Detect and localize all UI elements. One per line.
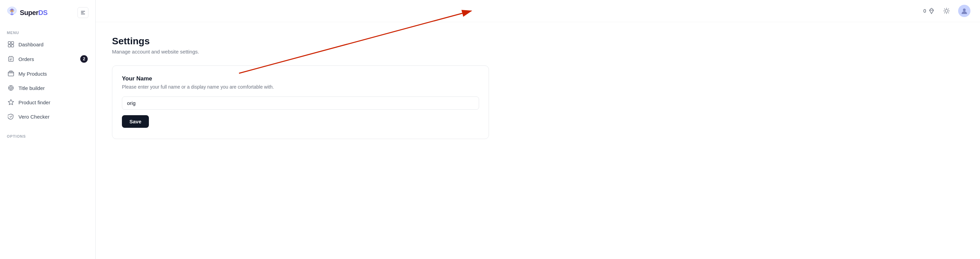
name-card: Your Name Please enter your full name or…: [112, 65, 489, 139]
options-section-label: OPTIONS: [0, 129, 95, 141]
sidebar-item-orders-label: Orders: [18, 56, 34, 62]
sidebar-item-vero-checker-label: Vero Checker: [18, 114, 49, 120]
svg-rect-5: [8, 41, 11, 44]
vero-checker-icon: [8, 113, 14, 120]
svg-rect-12: [8, 72, 14, 76]
product-finder-icon: [8, 99, 14, 106]
svg-line-29: [944, 13, 945, 13]
page-subtitle: Manage account and website settings.: [112, 49, 489, 55]
sidebar-nav: Dashboard Orders 2: [0, 38, 95, 123]
svg-line-26: [944, 8, 945, 9]
avatar-icon: [961, 7, 968, 15]
theme-toggle-button[interactable]: [940, 5, 953, 17]
collapse-icon: [80, 10, 86, 15]
user-avatar[interactable]: [958, 5, 970, 17]
menu-section-label: MENU: [0, 25, 95, 38]
sidebar-item-dashboard[interactable]: Dashboard: [3, 38, 92, 51]
credits-display: 0: [923, 8, 935, 14]
sidebar-item-title-builder[interactable]: Title builder: [3, 81, 92, 95]
orders-icon: [8, 55, 14, 62]
title-builder-icon: [8, 85, 14, 91]
page-title: Settings: [112, 36, 489, 47]
svg-rect-8: [11, 45, 14, 47]
diamond-icon: [928, 8, 935, 14]
sidebar-item-product-finder[interactable]: Product finder: [3, 95, 92, 109]
header: 0: [95, 0, 980, 22]
save-button[interactable]: Save: [122, 115, 149, 128]
sidebar-item-product-finder-label: Product finder: [18, 99, 50, 105]
sun-icon: [943, 8, 950, 14]
sidebar: SuperDS MENU Dashboard: [0, 0, 95, 259]
settings-page: Settings Manage account and website sett…: [95, 22, 505, 153]
svg-rect-14: [10, 71, 12, 72]
sidebar-item-my-products[interactable]: My Products: [3, 67, 92, 81]
svg-point-30: [963, 8, 966, 11]
svg-line-27: [948, 13, 949, 13]
svg-rect-3: [81, 12, 84, 13]
sidebar-item-title-builder-label: Title builder: [18, 85, 45, 91]
svg-rect-4: [81, 14, 85, 14]
collapse-sidebar-button[interactable]: [78, 7, 88, 18]
dashboard-icon: [8, 41, 14, 48]
svg-rect-6: [11, 41, 14, 44]
my-products-icon: [8, 70, 14, 77]
credits-count: 0: [923, 8, 926, 14]
svg-line-28: [948, 8, 949, 9]
main-content: 0: [95, 0, 980, 259]
sidebar-item-vero-checker[interactable]: Vero Checker: [3, 110, 92, 123]
orders-badge: 2: [80, 55, 88, 63]
svg-rect-7: [8, 45, 11, 47]
svg-point-16: [10, 87, 12, 89]
logo: SuperDS: [5, 6, 48, 19]
svg-point-21: [945, 9, 948, 12]
sidebar-item-orders[interactable]: Orders 2: [3, 52, 92, 66]
logo-row: SuperDS: [0, 0, 95, 25]
name-input[interactable]: [122, 96, 479, 110]
card-description: Please enter your full name or a display…: [122, 84, 479, 90]
logo-icon: [5, 6, 18, 19]
logo-text: SuperDS: [20, 9, 48, 17]
sidebar-item-dashboard-label: Dashboard: [18, 41, 43, 47]
sidebar-item-my-products-label: My Products: [18, 71, 47, 77]
svg-rect-2: [81, 11, 85, 12]
card-title: Your Name: [122, 75, 479, 82]
